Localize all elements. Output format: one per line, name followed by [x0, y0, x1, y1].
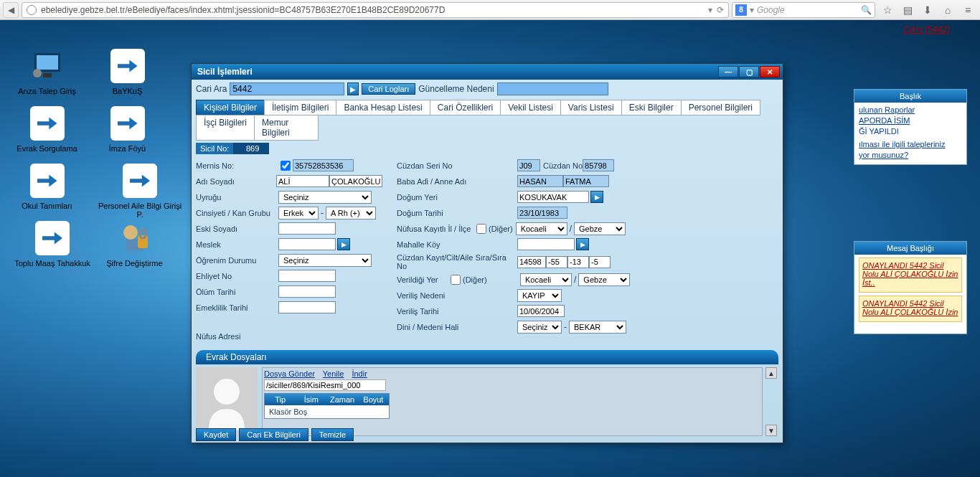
desktop-icon-evrak[interactable]: Evrak Sorgulama — [13, 106, 81, 154]
dialog-titlebar[interactable]: Sicil İşlemleri — ▢ ✕ — [192, 64, 783, 80]
ehliyet-input[interactable] — [278, 270, 336, 282]
ck4-input[interactable] — [589, 256, 611, 268]
browser-search-box[interactable]: 8 ▾ Google 🔍 — [732, 2, 875, 18]
col-tip: Tip — [265, 395, 296, 404]
reload-icon[interactable]: ⟳ — [717, 5, 724, 15]
file-scroll-down[interactable]: ▼ — [765, 425, 777, 436]
tab-kisisel[interactable]: Kişisel Bilgiler — [196, 100, 265, 115]
bookmark-list-icon[interactable]: ▤ — [898, 2, 917, 18]
mahalle-lookup-button[interactable] — [576, 238, 589, 250]
temizle-button[interactable]: Temizle — [311, 428, 354, 441]
nufusa-diger-checkbox[interactable] — [476, 224, 486, 234]
verildigi-label: Verildiği Yer — [397, 275, 448, 284]
menu-icon[interactable]: ≡ — [958, 2, 977, 18]
home-icon[interactable]: ⌂ — [938, 2, 957, 18]
dogum-tarihi-input[interactable] — [517, 207, 567, 219]
desktop-icon-ariza[interactable]: Arıza Talep Giriş — [13, 49, 81, 96]
baslik-link-4[interactable]: ılması ile ilgili talepleriniz — [859, 140, 962, 148]
indir-link[interactable]: İndir — [352, 369, 367, 378]
nufusa-il-select[interactable]: Kocaeli — [516, 222, 567, 235]
verilis-neden-select[interactable]: KAYIP — [517, 289, 562, 302]
cari-ek-button[interactable]: Cari Ek Bilgileri — [239, 428, 308, 441]
mernis-input[interactable] — [293, 159, 354, 171]
uyruk-select[interactable]: Seçiniz — [278, 191, 372, 204]
emeklilik-input[interactable] — [278, 301, 336, 313]
tab-isci[interactable]: İşçi Bilgileri — [196, 115, 255, 141]
nufusa-ilce-select[interactable]: Gebze — [574, 222, 626, 235]
mesaj-link-1[interactable]: ONAYLANDI 5442 Sicil Nolu ALİ ÇOLAKOĞLU … — [862, 261, 958, 287]
maximize-button[interactable]: ▢ — [739, 66, 759, 77]
mernis-checkbox[interactable] — [281, 161, 291, 171]
dini-label: Dini / Medeni Hali — [397, 323, 517, 331]
ad-input[interactable] — [276, 175, 329, 187]
dosya-gonder-link[interactable]: Dosya Gönder — [264, 369, 315, 378]
mesaj-link-2[interactable]: ONAYLANDI 5442 Sicil Nolu ALİ ÇOLAKOĞLU … — [862, 299, 958, 316]
search-icon[interactable]: 🔍 — [861, 5, 872, 15]
yenile-link[interactable]: Yenile — [323, 369, 344, 378]
meslek-input[interactable] — [278, 238, 336, 250]
tab-eski[interactable]: Eski Bilgiler — [621, 100, 682, 115]
olum-input[interactable] — [278, 285, 336, 298]
baba-input[interactable] — [517, 175, 563, 187]
cuzdan-no-input[interactable] — [583, 159, 614, 171]
guncelleme-input[interactable] — [497, 82, 608, 95]
medeni-select[interactable]: BEKAR — [569, 321, 626, 334]
tab-cari-oz[interactable]: Cari Özellikleri — [430, 100, 501, 115]
panel-mesaj-header: Mesaj Başlığı — [854, 242, 966, 255]
verildigi-ilce-select[interactable]: Gebze — [578, 273, 630, 286]
minimize-button[interactable]: — — [718, 66, 738, 77]
search-placeholder: Google — [757, 5, 785, 15]
ck3-input[interactable] — [567, 256, 589, 268]
desktop-icon-personel-aile[interactable]: Personel Aile Bilgi Girişi P. — [93, 164, 187, 219]
baslik-link-2[interactable]: APORDA İSİM — [859, 116, 962, 125]
google-icon: 8 — [735, 4, 747, 16]
verilis-tarih-input[interactable] — [517, 305, 565, 317]
cari-input[interactable] — [230, 82, 344, 95]
url-bar[interactable]: ebelediye.gebze.bel.tr/eBelediye/faces/i… — [22, 2, 729, 18]
evrak-section-header: Evrak Dosyaları — [196, 350, 778, 364]
cuzdan-seri-input[interactable] — [517, 159, 540, 171]
dropdown-icon[interactable]: ▾ — [708, 5, 712, 15]
ogrenim-select[interactable]: Seçiniz — [278, 254, 372, 267]
back-button[interactable]: ◀ — [3, 2, 19, 18]
star-icon[interactable]: ☆ — [878, 2, 897, 18]
logout-link[interactable]: Çıkış (5442) — [903, 24, 950, 34]
cari-loglari-button[interactable]: Cari Logları — [362, 83, 415, 95]
tab-iletisim[interactable]: İletişim Bilgileri — [264, 100, 336, 115]
guncelleme-label: Güncelleme Nedeni — [418, 84, 494, 94]
file-scroll-up[interactable]: ▲ — [765, 367, 777, 379]
desktop-icon-imza[interactable]: İmza Föyü — [93, 106, 161, 154]
meslek-lookup-button[interactable] — [337, 238, 350, 250]
dogum-yeri-input[interactable] — [517, 191, 589, 203]
ck2-input[interactable] — [546, 256, 567, 268]
tab-memur[interactable]: Memur Bilgileri — [254, 115, 319, 141]
anne-input[interactable] — [563, 175, 609, 187]
kaydet-button[interactable]: Kaydet — [196, 428, 236, 441]
desktop-icon-sifre[interactable]: Şifre Değiştirme — [100, 221, 169, 268]
baslik-text-3: Ğİ YAPILDI — [859, 127, 962, 136]
desktop-icon-baykus[interactable]: BaYKuŞ — [93, 49, 161, 96]
mahalle-input[interactable] — [517, 238, 575, 250]
close-button[interactable]: ✕ — [760, 66, 780, 77]
cinsiyet-select[interactable]: Erkek — [278, 207, 319, 219]
baslik-link-1[interactable]: ulunan Raporlar — [859, 105, 962, 114]
verildigi-il-select[interactable]: Kocaeli — [520, 273, 572, 286]
ck1-input[interactable] — [517, 256, 546, 268]
eski-soyad-input[interactable] — [278, 222, 336, 235]
tab-banka[interactable]: Banka Hesap Listesi — [336, 100, 430, 115]
tab-personel[interactable]: Personel Bilgileri — [681, 100, 760, 115]
desktop-icon-toplu-maas[interactable]: Toplu Maaş Tahakkuk — [13, 221, 92, 268]
kan-select[interactable]: A Rh (+) — [326, 207, 376, 219]
dini-select[interactable]: Seçiniz — [517, 321, 562, 334]
col-boyut: Boyut — [358, 395, 389, 404]
baslik-link-5[interactable]: yor musunuz? — [859, 151, 962, 159]
desktop-icon-okul[interactable]: Okul Tanımları — [13, 164, 81, 211]
dogum-yeri-lookup-button[interactable] — [590, 191, 603, 203]
tab-varis[interactable]: Varis Listesi — [560, 100, 622, 115]
soyad-input[interactable] — [329, 175, 382, 187]
file-path-input[interactable] — [264, 379, 386, 391]
tab-vekil[interactable]: Vekil Listesi — [500, 100, 561, 115]
cari-go-button[interactable]: ▶ — [347, 82, 359, 95]
download-icon[interactable]: ⬇ — [918, 2, 937, 18]
verildigi-diger-checkbox[interactable] — [451, 275, 461, 285]
